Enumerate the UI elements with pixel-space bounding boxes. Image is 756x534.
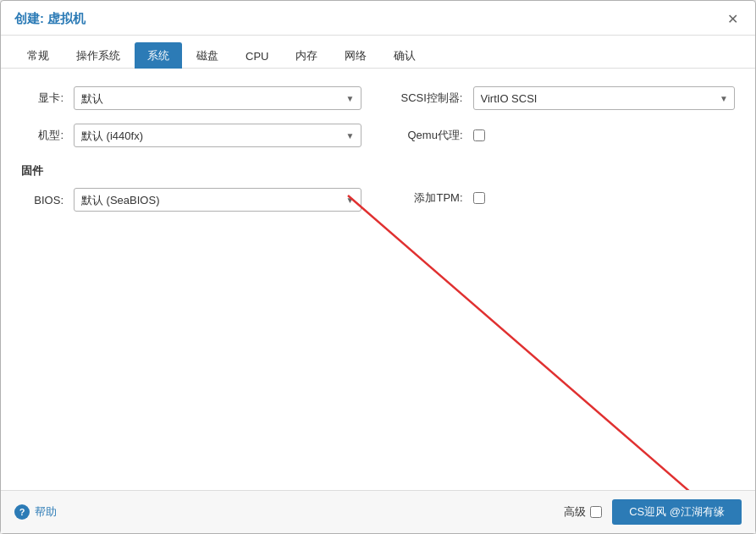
scsi-row: SCSI控制器: VirtIO SCSI ▼: [395, 85, 736, 111]
next-button[interactable]: CS迎风 @江湖有缘: [612, 499, 742, 525]
qemu-checkbox-wrapper: [473, 129, 485, 141]
advanced-label: 高级: [564, 504, 586, 520]
form-section: 显卡: 默认 ▼ 机型: 默认 (i440fx) ▼: [21, 85, 735, 224]
advanced-section: 高级: [564, 504, 602, 520]
machine-select-wrapper: 默认 (i440fx) ▼: [74, 124, 361, 147]
machine-row: 机型: 默认 (i440fx) ▼: [21, 123, 361, 148]
qemu-label: Qemu代理:: [395, 128, 463, 143]
display-row: 显卡: 默认 ▼: [21, 85, 361, 111]
tpm-checkbox-wrapper: [473, 192, 485, 204]
close-button[interactable]: ✕: [723, 9, 742, 28]
qemu-row: Qemu代理:: [395, 123, 736, 148]
tab-confirm[interactable]: 确认: [381, 42, 428, 69]
footer-right: 高级 CS迎风 @江湖有缘: [564, 499, 742, 525]
dialog-title: 创建: 虚拟机: [14, 11, 86, 27]
tab-system[interactable]: 系统: [135, 42, 182, 69]
tab-bar: 常规 操作系统 系统 磁盘 CPU 内存 网络 确认: [1, 36, 755, 69]
machine-select[interactable]: 默认 (i440fx): [74, 124, 361, 147]
tab-disk[interactable]: 磁盘: [184, 42, 231, 69]
advanced-checkbox[interactable]: [590, 506, 602, 518]
tab-general[interactable]: 常规: [14, 42, 62, 69]
scsi-select-wrapper: VirtIO SCSI ▼: [473, 86, 736, 110]
dialog-body: 显卡: 默认 ▼ 机型: 默认 (i440fx) ▼: [1, 69, 755, 490]
dialog-header: 创建: 虚拟机 ✕: [1, 1, 755, 36]
display-select-wrapper: 默认 ▼: [74, 86, 361, 110]
tab-cpu[interactable]: CPU: [233, 44, 281, 68]
right-column: SCSI控制器: VirtIO SCSI ▼ Qemu代理:: [395, 85, 736, 224]
tab-memory[interactable]: 内存: [283, 42, 330, 69]
help-section[interactable]: ? 帮助: [14, 504, 57, 520]
tpm-checkbox[interactable]: [473, 192, 485, 204]
help-label: 帮助: [35, 504, 57, 520]
firmware-heading: 固件: [21, 163, 361, 179]
close-icon: ✕: [727, 11, 738, 27]
scsi-select[interactable]: VirtIO SCSI: [473, 86, 736, 110]
qemu-checkbox[interactable]: [473, 129, 485, 141]
tpm-row: 添加TPM:: [395, 185, 736, 211]
machine-label: 机型:: [21, 128, 63, 143]
display-select[interactable]: 默认: [74, 86, 361, 110]
help-icon: ?: [14, 504, 30, 520]
dialog-footer: ? 帮助 高级 CS迎风 @江湖有缘: [1, 490, 755, 533]
tpm-label: 添加TPM:: [395, 190, 463, 206]
scsi-label: SCSI控制器:: [395, 91, 463, 106]
bios-row: BIOS: 默认 (SeaBIOS) ▼: [21, 187, 361, 212]
left-column: 显卡: 默认 ▼ 机型: 默认 (i440fx) ▼: [21, 85, 361, 224]
create-vm-dialog: 创建: 虚拟机 ✕ 常规 操作系统 系统 磁盘 CPU 内存 网络 确认 显卡:…: [0, 0, 756, 534]
display-label: 显卡:: [21, 91, 63, 106]
tab-network[interactable]: 网络: [332, 42, 379, 69]
bios-select-wrapper: 默认 (SeaBIOS) ▼: [74, 188, 361, 212]
tab-os[interactable]: 操作系统: [63, 42, 133, 69]
svg-line-1: [348, 195, 729, 490]
bios-select[interactable]: 默认 (SeaBIOS): [74, 188, 361, 212]
bios-label: BIOS:: [21, 194, 63, 206]
